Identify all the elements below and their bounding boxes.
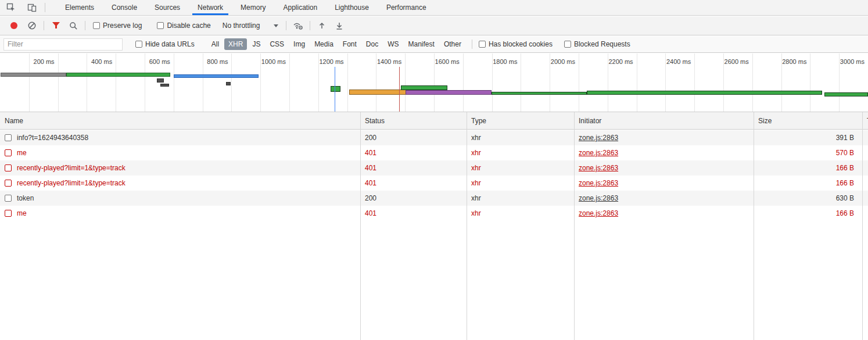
import-har-icon[interactable]	[314, 19, 329, 33]
column-header-name[interactable]: Name	[0, 112, 360, 130]
column-header-type[interactable]: Type	[467, 112, 574, 130]
inspect-icon[interactable]	[3, 1, 19, 15]
row-checkbox[interactable]	[5, 210, 12, 217]
initiator-link[interactable]: zone.js:2863	[579, 164, 618, 172]
cell-type: xhr	[467, 191, 574, 206]
column-header-initiator[interactable]: Initiator	[574, 112, 754, 130]
initiator-link[interactable]: zone.js:2863	[579, 149, 618, 157]
row-checkbox[interactable]	[5, 164, 12, 171]
has-blocked-cookies-label: Has blocked cookies	[489, 40, 553, 48]
cell-type: xhr	[467, 176, 574, 191]
waterfall-bar	[1, 73, 66, 77]
type-filter-font[interactable]: Font	[339, 38, 361, 50]
cell-size: 630 B	[754, 191, 862, 206]
overview-timeline[interactable]: 200 ms400 ms600 ms800 ms1000 ms1200 ms14…	[0, 53, 868, 112]
timeline-gridline	[58, 53, 59, 112]
cell-initiator: zone.js:2863	[574, 206, 754, 221]
filter-separator	[472, 40, 472, 49]
table-row[interactable]: info?t=1624943640358200xhrzone.js:286339…	[0, 130, 868, 145]
checkbox-box	[135, 41, 142, 48]
column-header-t[interactable]: T	[862, 112, 868, 130]
export-har-icon[interactable]	[332, 19, 347, 33]
network-conditions-icon[interactable]	[290, 19, 306, 33]
has-blocked-cookies-checkbox[interactable]: Has blocked cookies	[479, 40, 553, 48]
column-header-size[interactable]: Size	[754, 112, 862, 130]
timeline-gridline	[405, 53, 406, 112]
table-row[interactable]: token200xhrzone.js:2863630 B	[0, 191, 868, 206]
tab-performance[interactable]: Performance	[378, 0, 435, 15]
type-filter-all[interactable]: All	[207, 38, 223, 50]
cell-status: 200	[360, 191, 467, 206]
type-filter-ws[interactable]: WS	[383, 38, 403, 50]
devtools-window: ElementsConsoleSourcesNetworkMemoryAppli…	[0, 0, 868, 340]
waterfall-bar	[174, 74, 259, 78]
tab-application[interactable]: Application	[274, 0, 326, 15]
throttling-value: No throttling	[223, 22, 260, 30]
timeline-gridline	[174, 53, 174, 112]
requests-table: NameStatusTypeInitiatorSizeT info?t=1624…	[0, 112, 868, 340]
row-checkbox[interactable]	[5, 134, 12, 141]
row-checkbox[interactable]	[5, 149, 12, 156]
timeline-gridline	[347, 53, 348, 112]
device-toolbar-icon[interactable]	[24, 1, 40, 15]
timeline-gridline	[463, 53, 464, 112]
tab-elements[interactable]: Elements	[56, 0, 103, 15]
type-filter-doc[interactable]: Doc	[362, 38, 382, 50]
preserve-log-checkbox[interactable]: Preserve log	[93, 22, 142, 30]
tab-sources[interactable]: Sources	[146, 0, 189, 15]
column-header-status[interactable]: Status	[360, 112, 467, 130]
type-filter-manifest[interactable]: Manifest	[404, 38, 439, 50]
initiator-link[interactable]: zone.js:2863	[579, 179, 618, 187]
cell-size: 166 B	[754, 206, 862, 221]
clear-icon[interactable]	[24, 19, 40, 33]
tab-network[interactable]: Network	[189, 0, 232, 15]
request-name: token	[17, 191, 34, 206]
blocked-requests-checkbox[interactable]: Blocked Requests	[564, 40, 630, 48]
filter-funnel-icon[interactable]	[48, 19, 63, 33]
type-filter-js[interactable]: JS	[248, 38, 264, 50]
filter-input[interactable]	[3, 38, 123, 51]
timeline-tick-label: 1800 ms	[475, 58, 517, 65]
row-checkbox[interactable]	[5, 195, 12, 202]
initiator-link[interactable]: zone.js:2863	[579, 194, 618, 202]
cell-status: 401	[360, 160, 467, 176]
waterfall-bar	[824, 92, 868, 96]
initiator-link[interactable]: zone.js:2863	[579, 134, 618, 142]
hide-data-urls-checkbox[interactable]: Hide data URLs	[135, 40, 195, 48]
type-filter-css[interactable]: CSS	[266, 38, 288, 50]
initiator-link[interactable]: zone.js:2863	[579, 209, 618, 217]
checkbox-box	[564, 41, 571, 48]
tab-console[interactable]: Console	[103, 0, 146, 15]
table-row[interactable]: recently-played?limit=1&type=track401xhr…	[0, 160, 868, 176]
cell-size: 166 B	[754, 176, 862, 191]
table-row[interactable]: me401xhrzone.js:2863166 B	[0, 206, 868, 221]
throttling-dropdown[interactable]: No throttling	[219, 20, 282, 31]
timeline-tick-label: 800 ms	[186, 58, 228, 65]
type-filter-xhr[interactable]: XHR	[224, 38, 247, 50]
waterfall-bar	[160, 84, 169, 87]
type-filter-media[interactable]: Media	[310, 38, 338, 50]
timeline-tick-label: 2200 ms	[591, 58, 633, 65]
table-row[interactable]: recently-played?limit=1&type=track401xhr…	[0, 176, 868, 191]
row-checkbox[interactable]	[5, 180, 12, 187]
network-toolbar: Preserve log Disable cache No throttling	[0, 16, 868, 35]
timeline-tick-label: 2800 ms	[765, 58, 806, 65]
timeline-tick-label: 600 ms	[128, 58, 170, 65]
devtools-tabbar: ElementsConsoleSourcesNetworkMemoryAppli…	[0, 0, 868, 16]
disable-cache-checkbox[interactable]: Disable cache	[157, 22, 210, 30]
tab-lighthouse[interactable]: Lighthouse	[326, 0, 378, 15]
cell-name: info?t=1624943640358	[0, 130, 360, 145]
waterfall-bar	[401, 85, 447, 90]
record-icon[interactable]	[10, 22, 17, 29]
type-filter-other[interactable]: Other	[440, 38, 465, 50]
timeline-gridline	[694, 53, 695, 112]
tab-memory[interactable]: Memory	[232, 0, 274, 15]
table-body: info?t=1624943640358200xhrzone.js:286339…	[0, 130, 868, 340]
waterfall-bar	[331, 86, 340, 92]
search-icon[interactable]	[66, 19, 81, 33]
type-filter-img[interactable]: Img	[289, 38, 309, 50]
table-row[interactable]: me401xhrzone.js:2863570 B	[0, 145, 868, 160]
cell-name: recently-played?limit=1&type=track	[0, 176, 360, 191]
request-name: recently-played?limit=1&type=track	[17, 176, 125, 191]
checkbox-box	[479, 41, 486, 48]
